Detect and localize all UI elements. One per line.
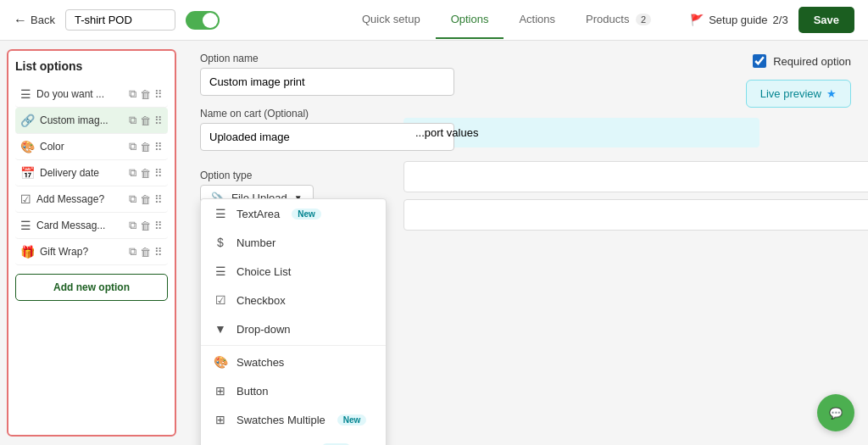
delete-icon-6[interactable]: 🗑 bbox=[140, 220, 151, 232]
list-actions-card-message: ⧉ 🗑 ⠿ bbox=[129, 219, 163, 232]
delete-icon-3[interactable]: 🗑 bbox=[140, 141, 151, 153]
drag-icon-3[interactable]: ⠿ bbox=[154, 141, 163, 153]
save-button[interactable]: Save bbox=[798, 7, 854, 33]
tab-actions[interactable]: Actions bbox=[504, 1, 570, 39]
dropdown-item-number[interactable]: $ Number bbox=[201, 228, 386, 257]
dropdown-item-checkbox[interactable]: ☑ Checkbox bbox=[201, 286, 386, 314]
option-name-label: Option name bbox=[200, 53, 454, 64]
list-actions-add-message: ⧉ 🗑 ⠿ bbox=[129, 192, 163, 206]
dropdown-item-button-label: Button bbox=[236, 385, 269, 398]
sidebar-item-color[interactable]: 🎨 Color ⧉ 🗑 ⠿ bbox=[15, 134, 168, 160]
copy-icon[interactable]: ⧉ bbox=[129, 87, 136, 101]
list-label-do-you-want: Do you want ... bbox=[36, 88, 124, 100]
copy-icon-4[interactable]: ⧉ bbox=[129, 166, 136, 180]
list-icon-do-you-want: ☰ bbox=[20, 87, 31, 101]
delete-icon[interactable]: 🗑 bbox=[140, 88, 151, 101]
header: ← Back Quick setup Options Actions Produ… bbox=[0, 0, 868, 41]
list-actions-gift-wrap: ⧉ 🗑 ⠿ bbox=[129, 245, 163, 259]
dropdown-item-choice-list-label: Choice List bbox=[236, 265, 291, 278]
dropdown-item-swatches-label: Swatches bbox=[236, 356, 284, 369]
dropdown-item-button-multiple-label: Button Multiple bbox=[236, 442, 309, 446]
drag-icon-7[interactable]: ⠿ bbox=[154, 246, 163, 259]
copy-icon-7[interactable]: ⧉ bbox=[129, 245, 136, 259]
number-icon: $ bbox=[213, 236, 228, 249]
list-label-custom-imag: Custom imag... bbox=[40, 114, 124, 126]
list-label-gift-wrap: Gift Wrap? bbox=[40, 246, 124, 258]
list-icon-add-message: ☑ bbox=[20, 192, 31, 206]
list-icon-color: 🎨 bbox=[20, 140, 35, 153]
flag-icon: 🚩 bbox=[690, 14, 704, 26]
app-name-input[interactable] bbox=[65, 9, 175, 31]
toggle-switch[interactable] bbox=[186, 11, 220, 30]
chat-bubble[interactable]: 💬 bbox=[817, 394, 854, 431]
back-label: Back bbox=[31, 14, 55, 26]
textarea-new-badge: New bbox=[292, 209, 321, 220]
delete-icon-2[interactable]: 🗑 bbox=[140, 114, 151, 127]
required-label: Required option bbox=[773, 55, 851, 68]
sidebar-item-gift-wrap[interactable]: 🎁 Gift Wrap? ⧉ 🗑 ⠿ bbox=[15, 239, 168, 265]
left-form: Option name Name on cart (Optional) bbox=[200, 53, 454, 163]
sidebar-item-custom-imag[interactable]: 🔗 Custom imag... ⧉ 🗑 ⠿ bbox=[15, 108, 168, 134]
sidebar-item-delivery-date[interactable]: 📅 Delivery date ⧉ 🗑 ⠿ bbox=[15, 160, 168, 186]
list-actions-do-you-want: ⧉ 🗑 ⠿ bbox=[129, 87, 163, 101]
list-icon-delivery-date: 📅 bbox=[20, 166, 35, 180]
copy-icon-5[interactable]: ⧉ bbox=[129, 192, 136, 206]
textarea-icon: ☰ bbox=[213, 207, 228, 220]
list-label-card-message: Card Messag... bbox=[36, 220, 124, 231]
name-on-cart-label: Name on cart (Optional) bbox=[200, 108, 454, 120]
drag-icon-6[interactable]: ⠿ bbox=[154, 220, 163, 232]
list-icon-gift-wrap: 🎁 bbox=[20, 245, 35, 259]
back-button[interactable]: ← Back bbox=[14, 13, 55, 28]
delete-icon-4[interactable]: 🗑 bbox=[140, 167, 151, 180]
choice-list-icon: ☰ bbox=[213, 264, 228, 278]
required-row: Required option bbox=[753, 54, 851, 68]
sidebar-item-card-message[interactable]: ☰ Card Messag... ⧉ 🗑 ⠿ bbox=[15, 213, 168, 239]
list-label-color: Color bbox=[40, 141, 124, 153]
dropdown-item-number-label: Number bbox=[236, 236, 275, 249]
drag-icon-5[interactable]: ⠿ bbox=[154, 193, 163, 206]
list-icon-card-message: ☰ bbox=[20, 219, 31, 232]
dropdown-item-button[interactable]: ⊞ Button bbox=[201, 376, 386, 405]
sidebar-item-add-message[interactable]: ☑ Add Message? ⧉ 🗑 ⠿ bbox=[15, 186, 168, 213]
option-type-dropdown-menu: ☰ TextArea New $ Number ☰ Choice List ☑ … bbox=[200, 198, 387, 445]
back-arrow-icon: ← bbox=[14, 13, 27, 28]
drag-icon[interactable]: ⠿ bbox=[154, 88, 163, 101]
live-preview-button[interactable]: Live preview ★ bbox=[746, 80, 851, 108]
dropdown-divider bbox=[201, 345, 386, 346]
option-name-input[interactable] bbox=[200, 68, 454, 96]
nav-tabs: Quick setup Options Actions Products 2 bbox=[347, 1, 666, 39]
option-name-row: Option name bbox=[200, 53, 454, 96]
drag-icon-2[interactable]: ⠿ bbox=[154, 114, 163, 127]
add-new-option-button[interactable]: Add new option bbox=[15, 274, 168, 301]
list-label-delivery-date: Delivery date bbox=[40, 167, 124, 179]
delete-icon-7[interactable]: 🗑 bbox=[140, 246, 151, 259]
delete-icon-5[interactable]: 🗑 bbox=[140, 193, 151, 206]
content-area: Option name Name on cart (Optional) Requ… bbox=[183, 41, 868, 445]
option-type-section: Option type 📎 File Upload ▼ ☰ TextArea N… bbox=[200, 170, 851, 211]
swatches-icon: 🎨 bbox=[213, 355, 228, 369]
support-values-section: ...port values bbox=[403, 118, 760, 147]
products-badge: 2 bbox=[636, 14, 651, 25]
checkbox-icon: ☑ bbox=[213, 293, 228, 307]
tab-products[interactable]: Products 2 bbox=[570, 1, 666, 39]
list-icon-custom-imag: 🔗 bbox=[20, 114, 35, 127]
dropdown-item-choice-list[interactable]: ☰ Choice List bbox=[201, 257, 386, 286]
dropdown-item-drop-down[interactable]: ▼ Drop-down bbox=[201, 314, 386, 343]
dropdown-item-button-multiple[interactable]: ⊞ Button Multiple New bbox=[201, 434, 386, 445]
dropdown-item-textarea[interactable]: ☰ TextArea New bbox=[201, 199, 386, 228]
tab-options[interactable]: Options bbox=[436, 1, 504, 39]
copy-icon-6[interactable]: ⧉ bbox=[129, 219, 136, 232]
dropdown-item-swatches-multiple[interactable]: ⊞ Swatches Multiple New bbox=[201, 405, 386, 434]
copy-icon-2[interactable]: ⧉ bbox=[129, 114, 136, 127]
copy-icon-3[interactable]: ⧉ bbox=[129, 140, 136, 153]
required-checkbox[interactable] bbox=[753, 54, 766, 68]
drag-icon-4[interactable]: ⠿ bbox=[154, 167, 163, 180]
sidebar-item-do-you-want[interactable]: ☰ Do you want ... ⧉ 🗑 ⠿ bbox=[15, 81, 168, 108]
dropdown-item-swatches-multiple-label: Swatches Multiple bbox=[236, 414, 326, 426]
list-label-add-message: Add Message? bbox=[36, 193, 124, 205]
setup-guide[interactable]: 🚩 Setup guide 2/3 bbox=[690, 14, 787, 26]
tab-quick-setup[interactable]: Quick setup bbox=[347, 1, 436, 39]
star-icon: ★ bbox=[826, 87, 837, 100]
dropdown-item-swatches[interactable]: 🎨 Swatches bbox=[201, 348, 386, 376]
support-values-text: ...port values bbox=[415, 126, 478, 139]
